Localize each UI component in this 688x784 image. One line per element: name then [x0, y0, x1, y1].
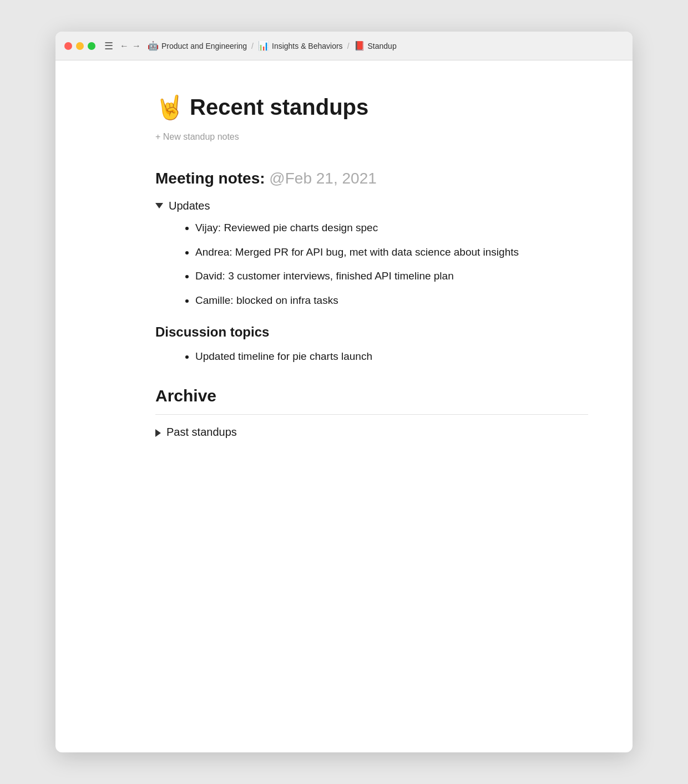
discussion-section: Discussion topics Updated timeline for p… — [155, 324, 588, 364]
breadcrumb-item-insights[interactable]: 📊 Insights & Behaviors — [258, 40, 343, 51]
product-emoji: 🤖 — [148, 40, 159, 51]
updates-list: Vijay: Reviewed pie charts design spec A… — [195, 220, 588, 308]
nav-arrows: ← → — [120, 41, 141, 51]
breadcrumb-sep-1: / — [251, 42, 254, 50]
past-standups-label[interactable]: Past standups — [166, 426, 237, 439]
past-standups-expand-icon[interactable] — [155, 429, 161, 437]
breadcrumb-sep-2: / — [347, 42, 350, 50]
list-item: Andrea: Merged PR for API bug, met with … — [195, 245, 588, 260]
page-title-emoji: 🤘 — [155, 94, 184, 121]
updates-toggle-row[interactable]: Updates — [155, 200, 588, 212]
close-button[interactable] — [64, 42, 72, 50]
archive-heading: Archive — [155, 386, 588, 405]
archive-divider — [155, 414, 588, 415]
menu-icon[interactable]: ☰ — [104, 40, 113, 52]
forward-button[interactable]: → — [132, 41, 141, 51]
back-button[interactable]: ← — [120, 41, 129, 51]
list-item: Vijay: Reviewed pie charts design spec — [195, 220, 588, 236]
archive-section: Archive Past standups — [155, 386, 588, 439]
main-content: 🤘 Recent standups + New standup notes Me… — [55, 60, 633, 488]
discussion-list: Updated timeline for pie charts launch — [195, 349, 588, 364]
new-standup-button[interactable]: + New standup notes — [155, 132, 588, 142]
breadcrumb-item-standup[interactable]: 📕 Standup — [354, 40, 397, 51]
traffic-lights — [64, 42, 95, 50]
page-title: Recent standups — [190, 95, 368, 120]
list-item: Updated timeline for pie charts launch — [195, 349, 588, 364]
discussion-heading: Discussion topics — [155, 324, 588, 340]
titlebar: ☰ ← → 🤖 Product and Engineering / 📊 Insi… — [55, 32, 633, 60]
updates-label: Updates — [169, 200, 210, 212]
updates-collapse-icon[interactable] — [155, 203, 163, 208]
meeting-notes-prefix: Meeting notes: — [155, 170, 265, 187]
browser-window: ☰ ← → 🤖 Product and Engineering / 📊 Insi… — [55, 32, 633, 752]
updates-section: Updates Vijay: Reviewed pie charts desig… — [155, 200, 588, 308]
breadcrumb-label-standup[interactable]: Standup — [368, 42, 397, 50]
meeting-notes-heading: Meeting notes: @Feb 21, 2021 — [155, 170, 588, 187]
meeting-notes-date: @Feb 21, 2021 — [269, 170, 376, 187]
minimize-button[interactable] — [76, 42, 84, 50]
page-title-row: 🤘 Recent standups — [155, 94, 588, 121]
insights-emoji: 📊 — [258, 40, 269, 51]
list-item: David: 3 customer interviews, finished A… — [195, 268, 588, 284]
standup-emoji: 📕 — [354, 40, 365, 51]
breadcrumb-label-insights[interactable]: Insights & Behaviors — [272, 42, 343, 50]
breadcrumb-item-product[interactable]: 🤖 Product and Engineering — [148, 40, 247, 51]
breadcrumb-label-product[interactable]: Product and Engineering — [161, 42, 247, 50]
list-item: Camille: blocked on infra tasks — [195, 293, 588, 308]
past-standups-row[interactable]: Past standups — [155, 426, 588, 439]
breadcrumb: 🤖 Product and Engineering / 📊 Insights &… — [148, 40, 624, 51]
maximize-button[interactable] — [88, 42, 95, 50]
